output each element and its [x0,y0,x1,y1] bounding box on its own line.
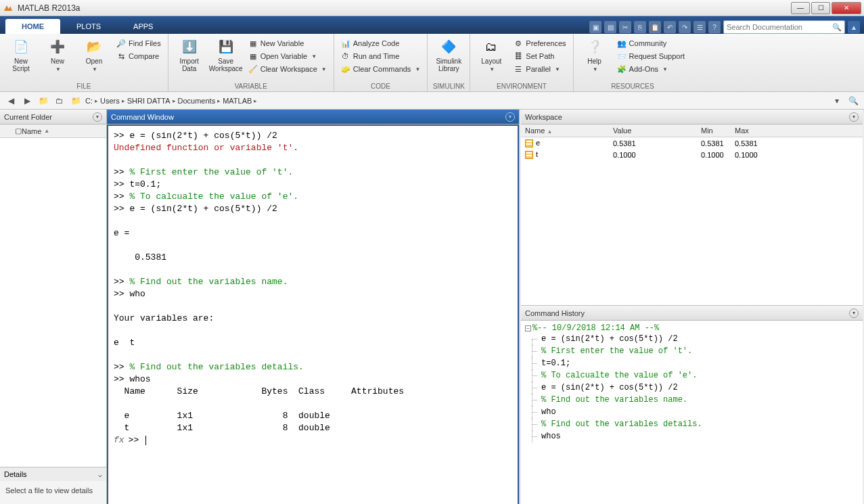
workspace-row[interactable]: e0.53810.53810.5381 [521,137,863,150]
qat-paste-icon[interactable]: 📋 [649,21,661,33]
chevron-down-icon: ▼ [321,66,327,72]
tab-apps[interactable]: APPS [117,19,169,34]
details-header[interactable]: Details ⌵ [0,467,106,481]
maximize-button[interactable]: ☐ [811,2,830,14]
community-button[interactable]: 👥Community [614,37,688,49]
open-button[interactable]: 📂 Open▼ [77,35,111,75]
open-variable-button[interactable]: ▦Open Variable▼ [246,50,329,62]
request-support-button[interactable]: 📨Request Support [614,50,688,62]
set-path-button[interactable]: 🛤Set Path [511,50,568,62]
history-dropdown[interactable]: ▾ [830,94,844,108]
tab-home[interactable]: HOME [5,19,60,34]
history-item[interactable]: e = (sin(2*t) + cos(5*t)) /2 [525,382,859,394]
save-workspace-button[interactable]: 💾 Save Workspace [209,35,243,74]
qat-undo-icon[interactable]: ↶ [664,21,676,33]
breadcrumb-segment[interactable]: Users [100,97,120,105]
qat-redo-icon[interactable]: ↷ [679,21,691,33]
import-data-button[interactable]: ⬇️ Import Data [173,35,206,74]
addons-button[interactable]: 🧩Add-Ons▼ [614,63,688,75]
qat-help-icon[interactable]: ? [708,21,721,33]
chevron-down-icon: ▼ [593,66,598,72]
history-item[interactable]: % First enter the value of 't'. [525,345,859,357]
collapse-icon[interactable]: − [525,325,531,331]
clear-commands-button[interactable]: 🧽Clear Commands▼ [338,63,424,75]
history-item[interactable]: t=0.1; [525,357,859,369]
search-documentation[interactable]: 🔍 [723,20,845,34]
search-icon[interactable]: 🔍 [832,23,842,32]
up-folder-button[interactable]: 📁 [37,94,50,108]
qat-icon[interactable]: ▤ [604,21,616,33]
workspace-row[interactable]: t0.10000.10000.1000 [521,149,863,160]
history-item[interactable]: e = (sin(2*t) + cos(5*t)) /2 [525,333,859,345]
new-script-button[interactable]: 📄 New Script [4,35,38,74]
matlab-logo-icon [3,3,14,14]
qat-icon[interactable]: ☰ [694,21,706,33]
find-files-button[interactable]: 🔎Find Files [114,37,164,49]
compare-button[interactable]: ⇆Compare [114,50,164,62]
close-button[interactable]: ✕ [832,2,861,14]
current-folder-name-header[interactable]: ▢ Name▲ [0,124,106,138]
chevron-down-icon: ▼ [55,66,61,72]
qat-icon[interactable]: ▣ [589,21,601,33]
toolstrip-collapse-icon[interactable]: ▲ [848,21,860,33]
history-item[interactable]: % To calcualte the value of 'e'. [525,369,859,382]
panel-menu-icon[interactable]: ▾ [93,112,102,122]
history-item[interactable]: who [525,406,859,418]
folder-icon: 📁 [69,94,83,108]
analyze-code-button[interactable]: 📊Analyze Code [338,37,424,49]
support-icon: 📨 [617,51,627,61]
browse-button[interactable]: 🗀 [53,94,66,108]
chevron-down-icon: ▼ [311,53,317,60]
run-and-time-button[interactable]: ⏱Run and Time [338,50,424,62]
help-button[interactable]: ❔ Help▼ [578,35,612,75]
history-item[interactable]: whos [525,430,859,442]
gear-icon: ⚙ [514,39,523,48]
addons-icon: 🧩 [617,64,627,74]
search-folder-button[interactable]: 🔍 [846,94,860,108]
current-folder-list[interactable] [0,138,106,467]
timer-icon: ⏱ [341,51,350,61]
command-window[interactable]: >> e = (sin(2*t) + cos(5*t)) /2Undefined… [107,124,519,504]
import-icon: ⬇️ [180,37,199,56]
qat-cut-icon[interactable]: ✂ [619,21,631,33]
command-window-header[interactable]: Command Window ▾ [107,110,519,124]
breadcrumb-segment[interactable]: MATLAB [223,97,252,105]
chevron-down-icon: ▼ [555,66,560,72]
simulink-library-button[interactable]: 🔷 Simulink Library [432,35,465,74]
chevron-down-icon: ⌵ [98,471,102,478]
back-button[interactable]: ◀ [4,94,18,108]
panel-menu-icon[interactable]: ▾ [849,112,859,122]
search-input[interactable] [727,23,832,31]
open-variable-icon: ▦ [248,51,258,61]
parallel-button[interactable]: ☰Parallel▼ [511,63,568,75]
new-variable-button[interactable]: ▦New Variable [246,37,329,49]
workspace-table[interactable]: Name ▲ Value Min Max e0.53810.53810.5381… [521,124,863,306]
ribbon: 📄 New Script ➕ New▼ 📂 Open▼ 🔎Find Files … [0,34,864,92]
clear-workspace-button[interactable]: 🧹Clear Workspace▼ [246,63,329,75]
layout-button[interactable]: 🗂 Layout▼ [474,35,508,75]
ribbon-group-simulink: 🔷 Simulink Library SIMULINK [428,34,470,91]
history-item[interactable]: % Find out the variables name. [525,394,859,406]
new-button[interactable]: ➕ New▼ [41,35,74,75]
breadcrumb-segment[interactable]: SHRI DATTA [127,97,170,105]
chevron-down-icon: ▼ [92,66,97,72]
preferences-button[interactable]: ⚙Preferences [511,37,568,49]
minimize-button[interactable]: — [791,2,810,14]
command-history-header[interactable]: Command History ▾ [521,306,863,321]
tab-plots[interactable]: PLOTS [60,19,117,34]
workspace-header[interactable]: Workspace ▾ [521,110,863,124]
command-history[interactable]: −%-- 10/9/2018 12:14 AM --%e = (sin(2*t)… [521,321,863,504]
breadcrumb-segment[interactable]: C: [85,97,93,105]
simulink-icon: 🔷 [439,37,458,56]
panel-menu-icon[interactable]: ▾ [505,112,515,122]
breadcrumb[interactable]: C:▸Users▸SHRI DATTA▸Documents▸MATLAB▸ [85,97,257,105]
breadcrumb-segment[interactable]: Documents [178,97,216,105]
command-history-panel: Command History ▾ −%-- 10/9/2018 12:14 A… [520,306,864,504]
parallel-icon: ☰ [514,64,523,74]
forward-button[interactable]: ▶ [20,94,34,108]
history-item[interactable]: % Find out the variables details. [525,418,859,430]
panel-menu-icon[interactable]: ▾ [849,308,859,318]
fx-icon[interactable]: fx [114,434,124,446]
current-folder-header[interactable]: Current Folder ▾ [0,110,106,124]
qat-copy-icon[interactable]: ⎘ [634,21,646,33]
